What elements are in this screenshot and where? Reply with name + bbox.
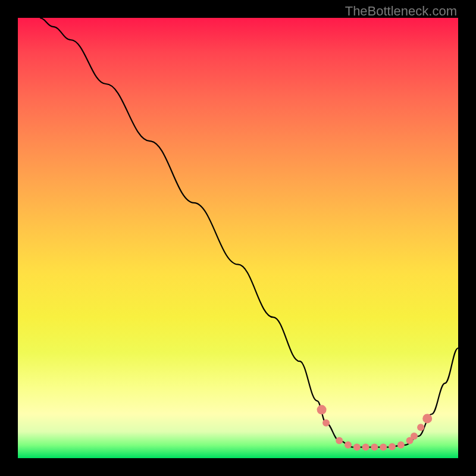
data-marker <box>353 444 361 451</box>
data-marker <box>397 441 405 449</box>
data-marker <box>422 414 432 423</box>
data-marker <box>345 441 352 449</box>
bottleneck-curve-line <box>40 18 458 447</box>
data-marker <box>371 444 378 451</box>
data-marker <box>406 437 414 444</box>
chart-svg <box>18 18 458 458</box>
data-marker <box>417 424 424 431</box>
data-marker <box>336 437 343 444</box>
data-marker <box>380 444 387 451</box>
data-marker <box>362 444 369 451</box>
data-marker <box>317 405 327 415</box>
chart-plot-area <box>18 18 458 458</box>
marker-group <box>317 405 433 451</box>
data-marker <box>389 443 396 450</box>
data-marker <box>411 433 418 440</box>
data-marker <box>322 419 330 427</box>
attribution-text: TheBottleneck.com <box>345 4 457 19</box>
